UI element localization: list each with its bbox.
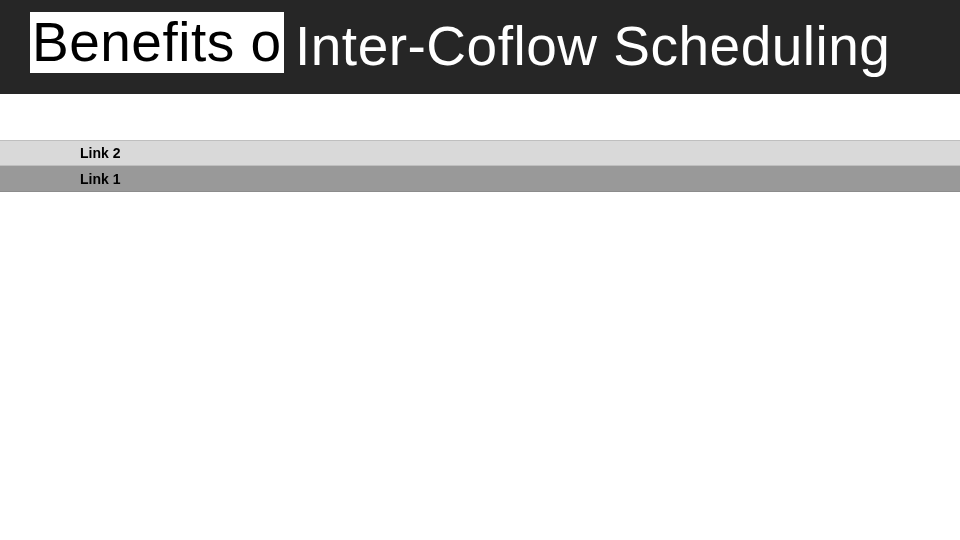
link-1-label: Link 1 [80, 171, 120, 187]
link-2-label: Link 2 [80, 145, 120, 161]
title-part-b: Inter-Coflow Scheduling [295, 16, 890, 77]
link-row-2: Link 2 [0, 140, 960, 166]
link-row-1: Link 1 [0, 166, 960, 192]
title-part-a: Benefits o [30, 12, 284, 73]
